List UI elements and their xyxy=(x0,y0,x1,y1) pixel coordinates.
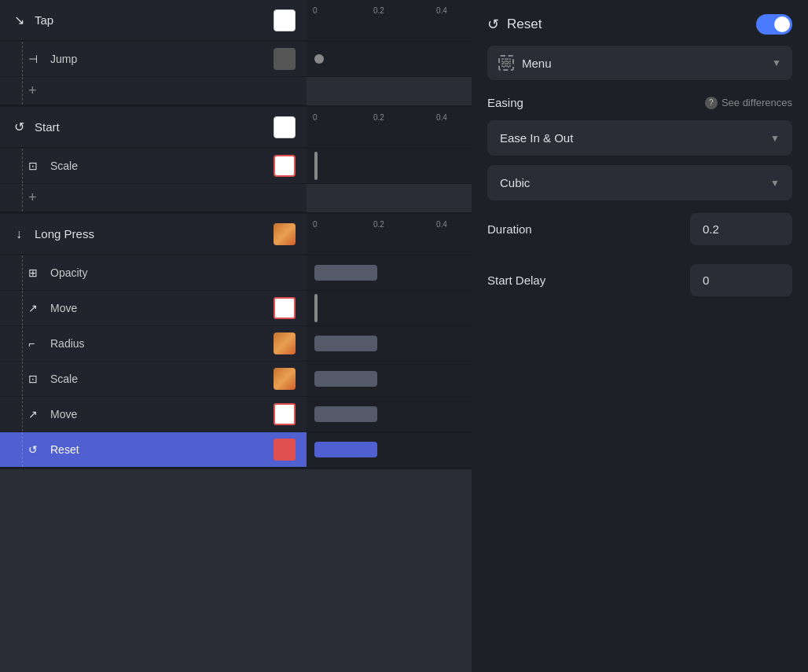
lp-opacity-label[interactable]: ⊞ Opacity xyxy=(0,255,307,290)
move1-line xyxy=(314,294,318,321)
ease-curve-arrow-icon: ▼ xyxy=(770,178,780,189)
start-add-row[interactable]: + xyxy=(0,184,307,212)
move1-thumb xyxy=(274,297,296,319)
dashed-line9 xyxy=(22,397,23,431)
scale-line xyxy=(314,152,318,179)
start-delay-row: Start Delay 0 xyxy=(487,261,792,299)
see-differences[interactable]: ? See differences xyxy=(705,97,792,109)
reset-row-label: Reset xyxy=(50,443,79,456)
start-section-header-row: ↺ Start 0 0.2 0.4 xyxy=(0,107,472,149)
lp-scale2-label[interactable]: ⊡ Scale xyxy=(0,362,307,396)
svg-rect-2 xyxy=(502,64,505,67)
help-icon: ? xyxy=(705,97,718,109)
start-section-header[interactable]: ↺ Start xyxy=(0,107,307,148)
lp-radius-row: ⌐ Radius xyxy=(0,326,472,362)
dashed-line xyxy=(22,42,23,76)
easing-row: Easing ? See differences xyxy=(487,96,792,109)
reset-thumb xyxy=(274,439,296,461)
ease-type-label: Ease In & Out xyxy=(500,131,573,145)
right-panel: ↺ Reset Menu ▼ Easing ? See differences … xyxy=(472,0,808,672)
dashed-line4 xyxy=(22,184,23,211)
tap-jump-label[interactable]: ⊣ Jump xyxy=(0,42,307,76)
lp-reset-row: ↺ Reset xyxy=(0,432,472,468)
reset-button[interactable]: ↺ Reset xyxy=(487,16,542,33)
jump-timeline xyxy=(307,42,472,76)
lp-move1-label[interactable]: ↗ Move xyxy=(0,291,307,325)
opacity-timeline xyxy=(307,255,472,290)
ease-type-dropdown[interactable]: Ease In & Out ▼ xyxy=(487,120,792,156)
start-scale-row: ⊡ Scale xyxy=(0,149,472,184)
ease-type-arrow-icon: ▼ xyxy=(770,133,780,144)
tap-title: Tap xyxy=(35,13,53,27)
dashed-line7 xyxy=(22,326,23,361)
longpress-title: Long Press xyxy=(35,227,94,241)
lp-move1-row: ↗ Move xyxy=(0,291,472,326)
move2-icon: ↗ xyxy=(28,408,42,420)
start-scale-label[interactable]: ⊡ Scale xyxy=(0,149,307,183)
opacity-label: Opacity xyxy=(50,266,87,279)
dashed-line5 xyxy=(22,255,23,290)
tap-section-header[interactable]: ↘ Tap xyxy=(0,0,307,41)
move2-thumb xyxy=(274,403,296,425)
start-delay-input[interactable]: 0 xyxy=(690,264,792,296)
lp-ruler-04: 0.4 xyxy=(436,220,447,229)
jump-dot xyxy=(314,54,324,64)
right-top-row: ↺ Reset xyxy=(487,14,792,35)
scale2-thumb xyxy=(274,368,296,390)
jump-thumb xyxy=(274,48,296,70)
easing-label: Easing xyxy=(487,96,523,109)
lp-opacity-row: ⊞ Opacity xyxy=(0,255,472,291)
start-timeline: 0 0.2 0.4 xyxy=(307,107,472,148)
menu-icon xyxy=(498,55,514,71)
reset-block xyxy=(314,442,377,457)
tap-section-header-row: ↘ Tap 0 0.2 0.4 xyxy=(0,0,472,42)
lp-radius-label[interactable]: ⌐ Radius xyxy=(0,326,307,361)
move2-block xyxy=(314,406,377,422)
start-section: ↺ Start 0 0.2 0.4 ⊡ Scale xyxy=(0,107,472,214)
svg-rect-0 xyxy=(502,59,505,62)
longpress-thumb xyxy=(274,223,296,245)
left-panel: ↘ Tap 0 0.2 0.4 ⊣ Jump + xyxy=(0,0,472,672)
lp-scale2-row: ⊡ Scale xyxy=(0,362,472,397)
start-thumb xyxy=(274,116,296,138)
lp-ruler-02: 0.2 xyxy=(373,220,384,229)
tap-section: ↘ Tap 0 0.2 0.4 ⊣ Jump + xyxy=(0,0,472,107)
move2-label: Move xyxy=(50,408,77,420)
radius-label: Radius xyxy=(50,337,85,350)
toggle-switch[interactable] xyxy=(756,14,792,35)
lp-reset-label[interactable]: ↺ Reset xyxy=(0,432,307,467)
longpress-timeline: 0 0.2 0.4 xyxy=(307,214,472,255)
lp-ruler-0: 0 xyxy=(313,220,318,229)
scale-timeline xyxy=(307,149,472,183)
radius-thumb xyxy=(274,332,296,354)
start-ruler-0: 0 xyxy=(313,113,318,122)
tap-ruler-0: 0 xyxy=(313,6,318,15)
dashed-line6 xyxy=(22,291,23,325)
tap-add-row[interactable]: + xyxy=(0,77,307,105)
radius-block xyxy=(314,336,377,351)
menu-label: Menu xyxy=(522,57,552,70)
move1-timeline xyxy=(307,291,472,325)
scale2-icon: ⊡ xyxy=(28,373,42,385)
menu-arrow-icon: ▼ xyxy=(772,57,781,68)
tap-jump-row: ⊣ Jump xyxy=(0,42,472,77)
ease-curve-dropdown[interactable]: Cubic ▼ xyxy=(487,165,792,200)
scale-label: Scale xyxy=(50,160,78,172)
longpress-header[interactable]: ↓ Long Press xyxy=(0,214,307,255)
start-ruler-02: 0.2 xyxy=(373,113,384,122)
lp-move2-label[interactable]: ↗ Move xyxy=(0,397,307,431)
move1-label: Move xyxy=(50,302,77,314)
duration-value: 0.2 xyxy=(703,222,719,236)
jump-icon: ⊣ xyxy=(28,53,42,65)
tap-icon: ↘ xyxy=(11,13,27,28)
dashed-line8 xyxy=(22,362,23,396)
menu-dropdown[interactable]: Menu ▼ xyxy=(487,46,792,80)
scale-thumb xyxy=(274,155,296,177)
duration-input[interactable]: 0.2 xyxy=(690,213,792,245)
ease-curve-label: Cubic xyxy=(500,176,530,189)
dashed-line2 xyxy=(22,77,23,105)
opacity-block xyxy=(314,265,377,281)
scale-icon: ⊡ xyxy=(28,160,42,172)
duration-row: Duration 0.2 xyxy=(487,210,792,248)
see-diff-label: See differences xyxy=(722,97,792,108)
